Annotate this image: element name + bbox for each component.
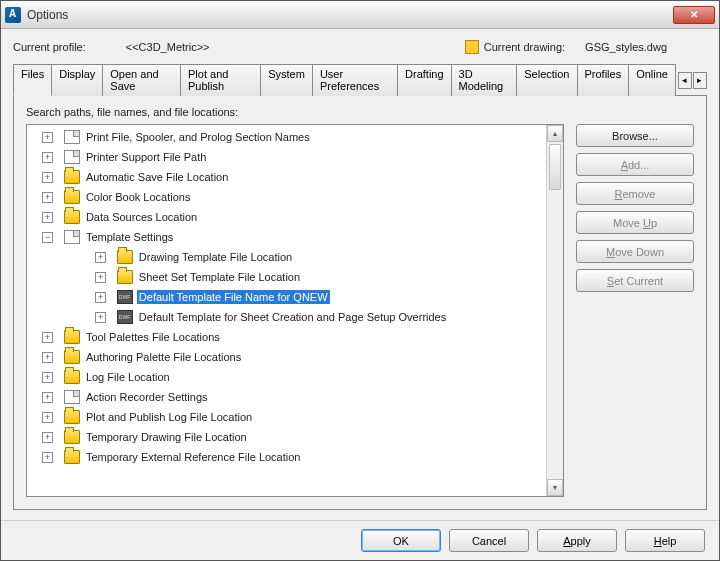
ok-button[interactable]: OK [361, 529, 441, 552]
tree-node-label[interactable]: Authoring Palette File Locations [84, 350, 243, 364]
expand-toggle[interactable]: + [42, 152, 53, 163]
tree-node-label[interactable]: Temporary Drawing File Location [84, 430, 249, 444]
tree-node-label[interactable]: Temporary External Reference File Locati… [84, 450, 303, 464]
tab-open-and-save[interactable]: Open and Save [102, 64, 181, 96]
tree-node[interactable]: + Log File Location [27, 367, 563, 387]
tree-node-label[interactable]: Plot and Publish Log File Location [84, 410, 254, 424]
cancel-button[interactable]: Cancel [449, 529, 529, 552]
folder-icon [64, 210, 80, 224]
move-down-button[interactable]: Move Down [576, 240, 694, 263]
tab-plot-and-publish[interactable]: Plot and Publish [180, 64, 261, 96]
tree-node-label[interactable]: Default Template for Sheet Creation and … [137, 310, 448, 324]
tab-strip: Files Display Open and Save Plot and Pub… [13, 63, 707, 96]
expand-toggle[interactable]: + [95, 312, 106, 323]
move-up-button[interactable]: Move Up [576, 211, 694, 234]
add-button[interactable]: Add... [576, 153, 694, 176]
tree-node[interactable]: + Temporary Drawing File Location [27, 427, 563, 447]
scroll-up-button[interactable]: ▴ [547, 125, 563, 142]
folder-icon [64, 170, 80, 184]
panel-body: + Print File, Spooler, and Prolog Sectio… [26, 124, 694, 497]
tree-node[interactable]: − Template Settings [27, 227, 563, 247]
tree-node-label[interactable]: Print File, Spooler, and Prolog Section … [84, 130, 312, 144]
expand-toggle[interactable]: + [42, 212, 53, 223]
expand-toggle[interactable]: + [42, 412, 53, 423]
tab-files[interactable]: Files [13, 64, 52, 96]
titlebar[interactable]: Options ✕ [1, 1, 719, 29]
set-current-button[interactable]: Set Current [576, 269, 694, 292]
tree-node-label[interactable]: Template Settings [84, 230, 175, 244]
expand-toggle[interactable]: + [42, 452, 53, 463]
current-profile-value: <<C3D_Metric>> [126, 41, 210, 53]
tree-node-label[interactable]: Printer Support File Path [84, 150, 208, 164]
scroll-thumb[interactable] [549, 144, 561, 190]
tab-user-preferences[interactable]: User Preferences [312, 64, 398, 96]
tab-3d-modeling[interactable]: 3D Modeling [451, 64, 518, 96]
tree-node[interactable]: + Tool Palettes File Locations [27, 327, 563, 347]
tab-scroll-left[interactable]: ◂ [678, 72, 692, 89]
expand-toggle[interactable]: + [95, 252, 106, 263]
scroll-track[interactable] [547, 192, 563, 479]
tree-node[interactable]: + Printer Support File Path [27, 147, 563, 167]
dwf-icon [117, 290, 133, 304]
dwf-icon [117, 310, 133, 324]
close-button[interactable]: ✕ [673, 6, 715, 24]
folder-icon [64, 370, 80, 384]
tree-node[interactable]: + Default Template for Sheet Creation an… [27, 307, 563, 327]
help-button[interactable]: Help [625, 529, 705, 552]
tree-node-label[interactable]: Drawing Template File Location [137, 250, 294, 264]
expand-toggle[interactable]: + [95, 272, 106, 283]
expand-toggle[interactable]: + [42, 172, 53, 183]
tab-online[interactable]: Online [628, 64, 676, 96]
expand-toggle[interactable]: + [42, 332, 53, 343]
tree-node-label[interactable]: Sheet Set Template File Location [137, 270, 302, 284]
browse-button[interactable]: Browse... [576, 124, 694, 147]
tree-node-label[interactable]: Default Template File Name for QNEW [137, 290, 330, 304]
expand-toggle[interactable]: + [42, 392, 53, 403]
tree-node[interactable]: + Print File, Spooler, and Prolog Sectio… [27, 127, 563, 147]
tab-selection[interactable]: Selection [516, 64, 577, 96]
tree-node[interactable]: + Data Sources Location [27, 207, 563, 227]
drawing-icon [465, 40, 479, 54]
expand-toggle[interactable]: + [95, 292, 106, 303]
tree-node[interactable]: + Authoring Palette File Locations [27, 347, 563, 367]
tree-node[interactable]: + Default Template File Name for QNEW [27, 287, 563, 307]
options-dialog: Options ✕ Current profile: <<C3D_Metric>… [0, 0, 720, 561]
tree-node[interactable]: + Sheet Set Template File Location [27, 267, 563, 287]
tree-node[interactable]: + Temporary External Reference File Loca… [27, 447, 563, 467]
folder-icon [64, 190, 80, 204]
tab-display[interactable]: Display [51, 64, 103, 96]
tree-node[interactable]: + Plot and Publish Log File Location [27, 407, 563, 427]
expand-toggle[interactable]: + [42, 432, 53, 443]
tree-node-label[interactable]: Color Book Locations [84, 190, 193, 204]
scroll-down-button[interactable]: ▾ [547, 479, 563, 496]
tree-node[interactable]: + Color Book Locations [27, 187, 563, 207]
tree-node[interactable]: + Automatic Save File Location [27, 167, 563, 187]
current-drawing-label: Current drawing: [484, 41, 565, 53]
doc-icon [64, 390, 80, 404]
remove-button[interactable]: Remove [576, 182, 694, 205]
current-drawing-value: GSG_styles.dwg [585, 41, 667, 53]
tree-scrollbar[interactable]: ▴ ▾ [546, 125, 563, 496]
doc-icon [64, 230, 80, 244]
tree-node-label[interactable]: Log File Location [84, 370, 172, 384]
tree-node-label[interactable]: Automatic Save File Location [84, 170, 230, 184]
tab-scroll-right[interactable]: ▸ [693, 72, 707, 89]
window-title: Options [27, 8, 673, 22]
tree-node-label[interactable]: Action Recorder Settings [84, 390, 210, 404]
tree-view[interactable]: + Print File, Spooler, and Prolog Sectio… [26, 124, 564, 497]
expand-toggle[interactable]: + [42, 132, 53, 143]
tree-node[interactable]: + Drawing Template File Location [27, 247, 563, 267]
tree-node-label[interactable]: Data Sources Location [84, 210, 199, 224]
expand-toggle[interactable]: + [42, 372, 53, 383]
tree-node-label[interactable]: Tool Palettes File Locations [84, 330, 222, 344]
tab-drafting[interactable]: Drafting [397, 64, 452, 96]
expand-toggle[interactable]: + [42, 192, 53, 203]
apply-button[interactable]: Apply [537, 529, 617, 552]
tab-system[interactable]: System [260, 64, 313, 96]
current-profile-label: Current profile: [13, 41, 86, 53]
tree-node[interactable]: + Action Recorder Settings [27, 387, 563, 407]
tab-profiles[interactable]: Profiles [577, 64, 630, 96]
expand-toggle[interactable]: + [42, 352, 53, 363]
collapse-toggle[interactable]: − [42, 232, 53, 243]
folder-icon [117, 270, 133, 284]
